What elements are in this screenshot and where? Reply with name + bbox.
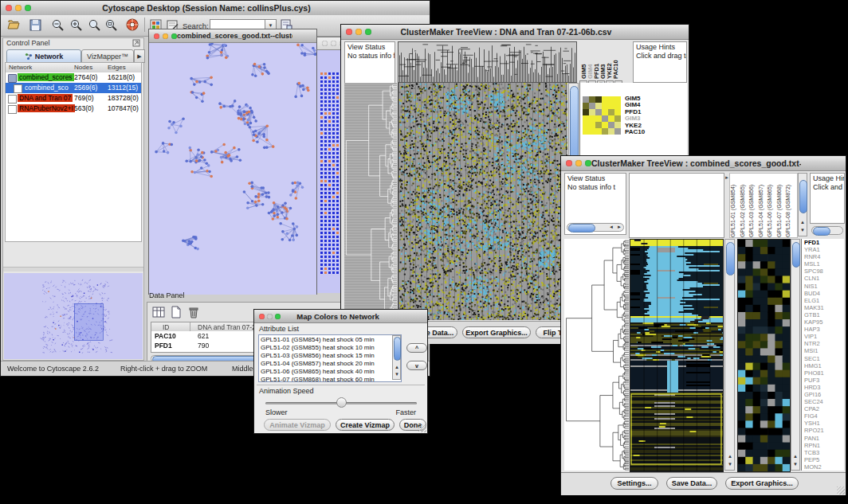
matrix-cell[interactable] <box>608 115 614 122</box>
matrix-cell[interactable] <box>602 96 608 103</box>
matrix-cell[interactable] <box>602 109 608 115</box>
minimize-icon[interactable] <box>267 314 273 319</box>
matrix-cell[interactable] <box>608 122 614 128</box>
matrix-cell[interactable] <box>583 122 589 128</box>
matrix-cell[interactable] <box>583 103 589 109</box>
open-folder-icon[interactable] <box>7 18 21 32</box>
tv2-titlebar[interactable]: ClusterMaker TreeView : combined_scores_… <box>561 156 846 171</box>
matrix-cell[interactable] <box>608 96 614 103</box>
matrix-cell[interactable] <box>595 115 602 122</box>
matrix-cell[interactable] <box>602 115 608 122</box>
matrix-cell[interactable] <box>614 103 621 109</box>
save-icon[interactable] <box>29 18 42 32</box>
matrix-cell[interactable] <box>589 122 595 128</box>
dialog-titlebar[interactable]: Map Colors to Network <box>254 310 427 323</box>
new-document-icon[interactable] <box>170 306 183 318</box>
tab-vizmapper[interactable]: VizMapper™ <box>81 49 134 63</box>
tv2-labels-vscrollbar[interactable]: ▲▼ <box>798 173 807 236</box>
matrix-cell[interactable] <box>583 115 589 122</box>
tv2-export-graphics-button[interactable]: Export Graphics... <box>725 477 799 490</box>
close-icon[interactable] <box>566 160 572 166</box>
network-table-row[interactable]: combined_scores2764(0)16218(0) <box>6 72 141 83</box>
network-view-window[interactable]: combined_scores_good.txt--cluste... <box>148 29 317 295</box>
matrix-cell[interactable] <box>589 128 595 135</box>
zoom-out-icon[interactable] <box>51 18 65 32</box>
table-icon[interactable] <box>152 306 165 318</box>
resize-grip[interactable] <box>837 486 845 494</box>
minimize-icon[interactable] <box>355 29 362 35</box>
tv2-column-dendrogram[interactable] <box>629 173 724 238</box>
tv1-titlebar[interactable]: ClusterMaker TreeView : DNA and Tran 07-… <box>341 25 689 40</box>
tv2-save-data-button[interactable]: Save Data... <box>666 477 717 490</box>
float-panel-icon[interactable] <box>132 39 140 47</box>
tv2-heatmap-canvas[interactable] <box>630 239 724 472</box>
network-table-row[interactable]: DNA and Tran 07769(0)183728(0) <box>6 93 141 104</box>
network-overview-canvas[interactable] <box>4 273 143 359</box>
matrix-cell[interactable] <box>595 103 602 109</box>
tv1-export-graphics-button[interactable]: Export Graphics... <box>462 326 531 338</box>
tab-network[interactable]: Network <box>6 49 81 63</box>
network-table-row[interactable]: combined_sco2569(6)13112(15) <box>6 83 141 93</box>
minimize-icon[interactable] <box>163 33 168 39</box>
matrix-cell[interactable] <box>589 109 595 115</box>
zoom-window-icon[interactable] <box>275 314 281 319</box>
network-view-canvas[interactable] <box>149 43 316 295</box>
attribute-list-item[interactable]: GPL51-02 (GSM855) heat shock 10 min <box>261 344 391 352</box>
matrix-cell[interactable] <box>589 115 595 122</box>
matrix-cell[interactable] <box>602 103 608 109</box>
trash-icon[interactable] <box>187 306 200 318</box>
zoom-in-icon[interactable] <box>69 18 83 32</box>
col-network[interactable]: Network <box>9 64 32 71</box>
close-icon[interactable] <box>6 5 12 11</box>
zoom-window-icon[interactable] <box>365 29 371 35</box>
matrix-cell[interactable] <box>595 96 602 103</box>
animation-speed-slider[interactable] <box>265 397 417 408</box>
attribute-listbox[interactable]: GPL51-01 (GSM854) heat shock 05 minGPL51… <box>258 334 402 382</box>
attribute-list-scrollbar[interactable]: ▲▼ <box>392 335 401 380</box>
tv2-settings-button[interactable]: Settings... <box>610 477 658 490</box>
tv1-column-dendrogram-canvas[interactable] <box>398 41 577 83</box>
zoom-1-1-icon[interactable] <box>104 18 118 32</box>
close-icon[interactable] <box>154 33 159 39</box>
minimize-icon[interactable] <box>331 41 336 46</box>
matrix-cell[interactable] <box>583 109 589 115</box>
tab-overflow-arrow[interactable]: ▶ <box>134 49 145 63</box>
tv2-row-dendrogram-canvas[interactable] <box>564 239 629 471</box>
tv1-row-dendrogram-canvas[interactable] <box>344 83 397 320</box>
resize-grip[interactable] <box>418 424 426 432</box>
move-attribute-up-button[interactable]: ^ <box>406 343 427 353</box>
dp-col-id[interactable]: ID <box>163 323 170 331</box>
matrix-cell[interactable] <box>608 128 614 135</box>
close-icon[interactable] <box>259 314 265 319</box>
matrix-cell[interactable] <box>614 115 621 122</box>
tv2-zoom-heatmap-canvas[interactable] <box>737 239 791 472</box>
zoom-window-icon[interactable] <box>171 33 177 39</box>
animate-vizmap-button[interactable]: Animate Vizmap <box>264 419 331 431</box>
zoom-window-icon[interactable] <box>25 5 31 11</box>
matrix-cell[interactable] <box>583 128 589 135</box>
matrix-cell[interactable] <box>614 109 621 115</box>
create-vizmap-button[interactable]: Create Vizmap <box>336 419 395 431</box>
attribute-list-item[interactable]: GPL51-03 (GSM856) heat shock 15 min <box>261 352 391 360</box>
network-table-row[interactable]: RNAPuberNov2+I563(0)107847(0) <box>6 104 141 114</box>
zoom-window-icon[interactable] <box>585 160 591 166</box>
matrix-cell[interactable] <box>614 96 621 103</box>
matrix-cell[interactable] <box>608 103 614 109</box>
tv2-genes-vscrollbar[interactable]: ▲▼ <box>791 239 800 471</box>
tv2-status-scrollbar[interactable]: ◄► <box>567 223 624 232</box>
main-titlebar[interactable]: Cytoscape Desktop (Session Name: collins… <box>1 1 430 16</box>
matrix-cell[interactable] <box>595 109 602 115</box>
overview-splitter[interactable] <box>3 267 143 272</box>
close-icon[interactable] <box>322 41 328 46</box>
matrix-cell[interactable] <box>602 128 608 135</box>
tv1-heatmap-canvas[interactable] <box>398 83 567 320</box>
slider-thumb[interactable] <box>336 397 347 408</box>
attribute-list-item[interactable]: GPL51-07 (GSM868) heat shock 60 min <box>261 376 391 382</box>
matrix-cell[interactable] <box>589 96 595 103</box>
zoom-fit-icon[interactable] <box>88 18 101 32</box>
matrix-cell[interactable] <box>608 109 614 115</box>
minimize-icon[interactable] <box>15 5 22 11</box>
tv2-usage-scrollbar[interactable] <box>811 226 843 235</box>
move-attribute-down-button[interactable]: v <box>406 361 427 370</box>
attribute-list-item[interactable]: GPL51-04 (GSM857) heat shock 20 min <box>261 360 391 368</box>
